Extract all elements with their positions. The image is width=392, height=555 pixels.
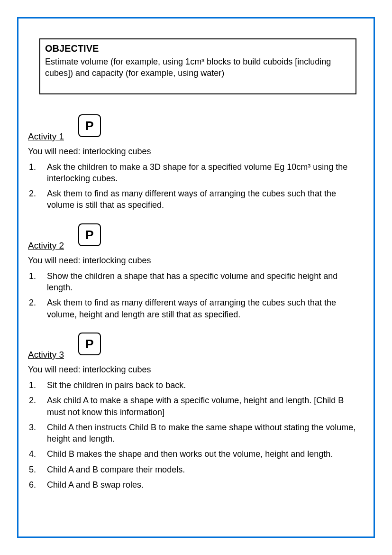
step-number: 3. [28, 422, 47, 433]
step-number: 6. [28, 479, 47, 490]
activity-1: Activity 1 You will need: interlocking c… [26, 131, 366, 211]
objective-box: OBJECTIVE Estimate volume (for example, … [39, 38, 356, 94]
step-number: 4. [28, 448, 47, 460]
list-item: 1.Ask the children to make a 3D shape fo… [28, 161, 364, 185]
list-item: 5.Child A and B compare their models. [28, 464, 364, 475]
step-text: Ask them to find as many different ways … [47, 188, 364, 211]
list-item: 1.Show the children a shape that has a s… [28, 270, 364, 294]
list-item: 2.Ask child A to make a shape with a spe… [28, 395, 364, 418]
step-text: Show the children a shape that has a spe… [47, 270, 364, 294]
step-number: 1. [28, 270, 47, 282]
step-text: Child A and B compare their models. [47, 464, 364, 475]
page-frame: OBJECTIVE Estimate volume (for example, … [17, 17, 375, 538]
p-badge: P [78, 114, 101, 137]
step-text: Sit the children in pairs back to back. [47, 379, 364, 391]
step-text: Ask them to find as many different ways … [47, 297, 364, 320]
step-text: Ask child A to make a shape with a speci… [47, 395, 364, 418]
list-item: 3.Child A then instructs Child B to make… [28, 422, 364, 445]
list-item: 2.Ask them to find as many different way… [28, 188, 364, 211]
p-badge: P [78, 333, 101, 355]
activity-need: You will need: interlocking cubes [28, 365, 364, 375]
step-number: 5. [28, 464, 47, 475]
step-text: Ask the children to make a 3D shape for … [47, 161, 364, 185]
activity-steps: 1.Ask the children to make a 3D shape fo… [28, 161, 364, 211]
list-item: 1.Sit the children in pairs back to back… [28, 379, 364, 391]
page: OBJECTIVE Estimate volume (for example, … [0, 0, 392, 555]
activity-need: You will need: interlocking cubes [28, 256, 364, 266]
activity-2: Activity 2 You will need: interlocking c… [26, 240, 366, 320]
activity-3: Activity 3 You will need: interlocking c… [26, 350, 366, 490]
list-item: 6.Child A and B swap roles. [28, 479, 364, 490]
objective-body: Estimate volume (for example, using 1cm³… [45, 56, 351, 79]
step-text: Child A and B swap roles. [47, 479, 364, 490]
step-number: 2. [28, 188, 47, 199]
objective-heading: OBJECTIVE [45, 42, 351, 55]
activity-need: You will need: interlocking cubes [28, 147, 364, 157]
step-text: Child A then instructs Child B to make t… [47, 422, 364, 445]
step-number: 1. [28, 379, 47, 391]
list-item: 2.Ask them to find as many different way… [28, 297, 364, 320]
step-number: 1. [28, 161, 47, 173]
step-number: 2. [28, 395, 47, 406]
step-text: Child B makes the shape and then works o… [47, 448, 364, 460]
step-number: 2. [28, 297, 47, 308]
list-item: 4.Child B makes the shape and then works… [28, 448, 364, 460]
p-badge: P [78, 223, 101, 246]
activity-steps: 1.Sit the children in pairs back to back… [28, 379, 364, 490]
activity-steps: 1.Show the children a shape that has a s… [28, 270, 364, 320]
